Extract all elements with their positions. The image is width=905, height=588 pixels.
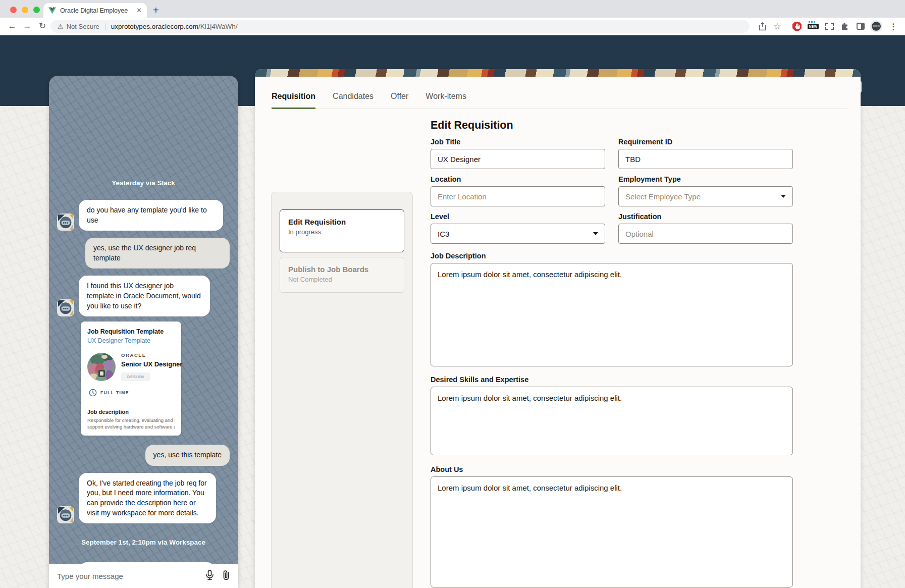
vue-favicon (48, 7, 56, 14)
template-role-title: Senior UX Designer (121, 360, 182, 368)
form-heading: Edit Requisition (431, 119, 793, 132)
chat-message-row: Ok, I've started creating the job req fo… (57, 473, 230, 523)
rico-avatar (57, 506, 74, 523)
job-description-line: support evolving hardware and software a… (87, 424, 175, 430)
employment-type-select[interactable]: Select Employee Type (618, 186, 793, 206)
design-tag-badge: DESIGN (121, 372, 150, 381)
justification-label: Justification (618, 212, 793, 221)
share-icon[interactable] (756, 20, 769, 33)
browser-profile-avatar[interactable] (870, 20, 883, 33)
chat-session-divider: Yesterday via Slack (57, 179, 230, 187)
chat-message-row: do you have any template you'd like to u… (57, 200, 230, 231)
extensions-puzzle-icon[interactable] (838, 20, 851, 33)
macos-zoom-button[interactable] (33, 7, 40, 13)
employment-type-label: FULL TIME (100, 390, 129, 395)
level-value: IC3 (438, 230, 449, 238)
attachment-paperclip-icon[interactable] (222, 570, 230, 582)
job-title-input[interactable] (431, 149, 605, 169)
edit-requisition-form: Edit Requisition Job Title Requirement I… (431, 119, 793, 588)
chat-input-bar (49, 564, 238, 588)
template-artwork (87, 353, 116, 381)
tab-offer[interactable]: Offer (391, 92, 408, 109)
user-message-bubble: yes, use this template (145, 445, 230, 466)
job-description-textarea[interactable]: Lorem ipsum dolor sit amet, consectetur … (431, 263, 793, 366)
about-us-textarea[interactable]: Lorem ipsum dolor sit amet, consectetur … (431, 476, 793, 587)
chat-message-row: yes, use this template (57, 445, 230, 466)
workspace-tabs: Requisition Candidates Offer Work-items (272, 92, 847, 109)
justification-input[interactable] (618, 224, 793, 244)
tab-candidates[interactable]: Candidates (333, 92, 374, 109)
desired-skills-label: Desired Skills and Expertise (431, 376, 793, 384)
chevron-down-icon (781, 195, 786, 198)
macos-minimize-button[interactable] (22, 7, 28, 13)
rico-avatar (57, 299, 74, 316)
microphone-icon[interactable] (205, 570, 214, 582)
workspace-card: Requisition Candidates Offer Work-items … (255, 69, 861, 588)
tab-requisition[interactable]: Requisition (272, 92, 315, 109)
user-message-bubble: yes, use the UX designer job req templat… (85, 238, 230, 269)
chat-session-divider: September 1st, 2:10pm via Workspace (57, 539, 230, 546)
job-description-line: Responsible for creating, evaluating and… (87, 417, 175, 423)
job-description-heading: Job description (87, 409, 175, 415)
about-us-label: About Us (431, 465, 793, 473)
step-title: Publish to Job Boards (288, 265, 396, 274)
address-bar[interactable]: ⚠ Not Secure uxprototypes.oraclecorp.com… (50, 20, 750, 33)
url-domain: uxprototypes.oraclecorp.com (111, 23, 198, 30)
reload-icon[interactable]: ↻ (36, 20, 48, 32)
browser-tabstrip: Oracle Digital Employee ✕ + (0, 0, 905, 18)
requirement-id-input[interactable] (618, 149, 793, 169)
browser-toolbar: ← → ↻ ⚠ Not Secure uxprototypes.oracleco… (0, 18, 905, 35)
chat-message-row: I found this UX designer job template in… (57, 276, 230, 316)
bookmark-star-icon[interactable]: ☆ (771, 20, 784, 33)
step-title: Edit Requisition (288, 218, 396, 226)
tab-work-items[interactable]: Work-items (425, 92, 466, 109)
adblock-extension-icon[interactable] (790, 20, 804, 33)
level-select[interactable]: IC3 (431, 224, 605, 244)
employment-type-placeholder: Select Employee Type (625, 192, 701, 201)
rico-avatar (57, 213, 74, 231)
template-link[interactable]: UX Designer Template (87, 337, 175, 344)
level-label: Level (431, 212, 605, 221)
new-tab-button[interactable]: + (153, 4, 159, 16)
side-panel-icon[interactable] (854, 20, 867, 33)
location-input[interactable] (431, 186, 605, 206)
step-edit-requisition[interactable]: Edit Requisition In progress (280, 209, 404, 252)
new-extension-icon[interactable]: NEW (807, 20, 820, 33)
omnibox-divider (105, 23, 105, 30)
chat-message-list[interactable]: Yesterday via Slack do you have any temp… (49, 76, 238, 564)
bot-message-bubble: do you have any template you'd like to u… (79, 200, 223, 231)
template-card-title: Job Requisition Template (87, 328, 175, 335)
browser-menu-icon[interactable]: ⋮ (887, 20, 900, 33)
decorative-banner (255, 69, 861, 77)
desired-skills-textarea[interactable]: Lorem ipsum dolor sit amet, consectetur … (431, 387, 793, 455)
not-secure-label: Not Secure (67, 23, 99, 30)
tab-close-icon[interactable]: ✕ (136, 7, 142, 14)
not-secure-warning-icon: ⚠ (58, 23, 64, 30)
step-publish-job-boards[interactable]: Publish to Job Boards Not Completed (280, 257, 404, 293)
macos-close-button[interactable] (10, 7, 17, 13)
tab-title: Oracle Digital Employee (60, 7, 132, 14)
url-path: /Ki1j4WaWh/ (198, 23, 238, 30)
requisition-stepper: Edit Requisition In progress Publish to … (271, 192, 413, 588)
employment-type-label: Employment Type (618, 175, 793, 183)
job-template-card[interactable]: Job Requisition Template UX Designer Tem… (81, 322, 181, 436)
job-description-label: Job Description (431, 252, 793, 260)
requirement-id-label: Requirement ID (618, 138, 793, 146)
job-title-label: Job Title (431, 138, 605, 146)
chevron-down-icon (593, 232, 598, 235)
oracle-logo: ORACLE (121, 352, 182, 358)
chat-panel: Yesterday via Slack do you have any temp… (49, 76, 238, 588)
chat-message-row: yes, use the UX designer job req templat… (57, 238, 230, 269)
bot-message-bubble: Ok, I've started creating the job req fo… (79, 473, 216, 523)
location-label: Location (431, 175, 605, 183)
step-status: Not Completed (288, 276, 396, 285)
back-icon[interactable]: ← (6, 20, 18, 32)
step-status: In progress (288, 228, 396, 244)
forward-icon[interactable]: → (21, 20, 33, 32)
browser-tab[interactable]: Oracle Digital Employee ✕ (43, 3, 147, 18)
chat-message-input[interactable] (57, 572, 197, 580)
clock-icon (89, 389, 97, 397)
card-divider (87, 403, 175, 403)
screen-capture-icon[interactable] (823, 20, 836, 33)
bot-message-bubble: I found this UX designer job template in… (79, 276, 210, 316)
